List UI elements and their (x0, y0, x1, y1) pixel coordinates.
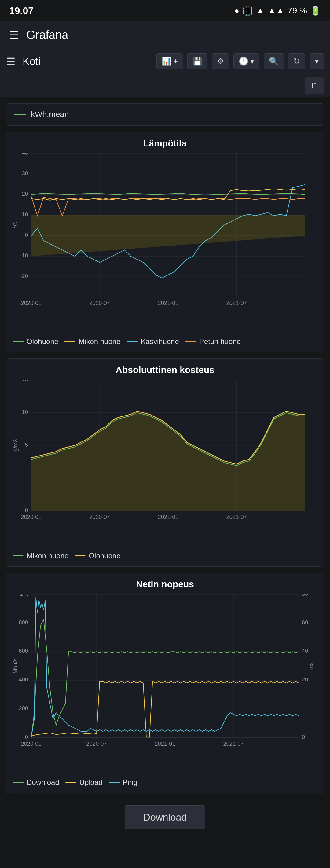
toolbar: ☰ Koti 📊 + 💾 ⚙ 🕐 ▾ 🔍 ↻ ▾ (0, 49, 330, 74)
kosteus-mikon-color (12, 555, 24, 556)
kwh-legend-line (14, 114, 26, 115)
svg-text:°C: °C (12, 222, 19, 228)
svg-text:0: 0 (25, 232, 28, 238)
plus-icon: + (173, 57, 178, 66)
nopeus-legend: Download Upload Ping (12, 775, 318, 787)
kwh-panel: kWh.mean (6, 103, 324, 126)
wifi-icon: ▲ (256, 6, 265, 16)
toolbar-menu-icon[interactable]: ☰ (6, 55, 15, 68)
svg-text:ms: ms (308, 662, 314, 670)
zoom-out-button[interactable]: 🔍 (264, 53, 284, 69)
svg-text:2021-07: 2021-07 (226, 300, 247, 306)
kosteus-chart-container: 15 10 5 0 g/m3 2020-01 2020-07 2021-01 2… (12, 380, 318, 544)
lampotila-chart: 40 30 20 10 0 -10 -20 °C 2020-01 2020-07… (12, 153, 318, 328)
add-panel-button[interactable]: 📊 + (157, 53, 183, 69)
legend-mikon: Mikon huone (64, 337, 121, 346)
hamburger-icon[interactable]: ☰ (9, 29, 19, 41)
battery-level: 79 % (288, 6, 307, 16)
svg-text:0: 0 (25, 734, 28, 740)
svg-text:2021-07: 2021-07 (226, 514, 247, 520)
save-icon: 💾 (193, 57, 202, 66)
olohuone-color (12, 341, 24, 342)
nopeus-chart-container: 1 K 800 600 400 200 0 80 60 40 20 0 Mbit… (12, 594, 318, 771)
nopeus-panel: Netin nopeus 1 K 800 600 400 200 (6, 572, 324, 793)
nopeus-chart: 1 K 800 600 400 200 0 80 60 40 20 0 Mbit… (12, 594, 318, 769)
svg-text:2020-07: 2020-07 (90, 514, 110, 520)
ping-label: Ping (123, 778, 137, 787)
tv-row: 🖥 (0, 74, 330, 97)
download-color (12, 782, 24, 783)
svg-text:30: 30 (22, 170, 28, 177)
vibrate-icon: 📳 (242, 6, 253, 16)
kosteus-legend: Mikon huone Olohuone (12, 549, 318, 560)
chevron-down-icon: ▾ (250, 57, 254, 66)
more-button[interactable]: ▾ (309, 53, 324, 69)
kwh-label: kWh.mean (31, 110, 69, 119)
legend-olohuone: Olohuone (12, 337, 58, 346)
petun-label: Petun huone (199, 337, 241, 346)
save-button[interactable]: 💾 (187, 53, 207, 69)
nopeus-title: Netin nopeus (12, 579, 318, 589)
refresh-icon: ↻ (293, 57, 300, 66)
settings-button[interactable]: ⚙ (212, 53, 229, 69)
kosteus-chart: 15 10 5 0 g/m3 2020-01 2020-07 2021-01 2… (12, 380, 318, 542)
svg-text:60: 60 (302, 619, 308, 625)
petun-color (185, 341, 196, 342)
zoom-out-icon: 🔍 (269, 57, 279, 66)
svg-text:2020-01: 2020-01 (21, 300, 41, 306)
svg-text:-10: -10 (20, 252, 28, 259)
top-nav: ☰ Grafana (0, 22, 330, 49)
dashboard-title: Koti (23, 55, 152, 67)
legend-kasvihuone: Kasvihuone (127, 337, 179, 346)
kosteus-panel: Absoluuttinen kosteus 15 10 5 0 g/m3 (6, 358, 324, 566)
svg-text:200: 200 (19, 705, 28, 711)
mikon-color (64, 341, 75, 342)
lampotila-legend: Olohuone Mikon huone Kasvihuone Petun hu… (12, 334, 318, 346)
svg-text:40: 40 (22, 153, 28, 156)
svg-text:Mbit/s: Mbit/s (12, 658, 19, 674)
bar-chart-icon: 📊 (162, 57, 171, 66)
app-title: Grafana (26, 28, 68, 41)
svg-text:800: 800 (19, 619, 28, 625)
svg-text:2021-01: 2021-01 (158, 300, 178, 306)
legend-kosteus-olohuone: Olohuone (74, 552, 121, 560)
svg-text:2021-07: 2021-07 (223, 741, 243, 747)
clock-icon: 🕐 (239, 57, 249, 66)
tv-icon: 🖥 (310, 81, 319, 90)
svg-text:2020-01: 2020-01 (21, 514, 41, 520)
legend-kosteus-mikon: Mikon huone (12, 552, 68, 560)
svg-text:0: 0 (25, 507, 28, 513)
upload-label: Upload (79, 778, 103, 787)
kosteus-olohuone-color (74, 555, 86, 556)
legend-petun: Petun huone (185, 337, 241, 346)
svg-text:0: 0 (302, 734, 305, 740)
refresh-button[interactable]: ↻ (288, 53, 305, 69)
svg-text:20: 20 (302, 676, 308, 683)
download-button[interactable]: Download (125, 805, 205, 830)
svg-text:-20: -20 (20, 273, 28, 279)
legend-ping: Ping (109, 778, 137, 787)
kasvihuone-color (127, 341, 138, 342)
kosteus-olohuone-label: Olohuone (89, 552, 121, 560)
legend-download: Download (12, 778, 59, 787)
kasvihuone-label: Kasvihuone (141, 337, 179, 346)
svg-text:2021-01: 2021-01 (158, 514, 178, 520)
kosteus-mikon-label: Mikon huone (27, 552, 68, 560)
mikon-label: Mikon huone (78, 337, 121, 346)
tv-mode-button[interactable]: 🖥 (305, 77, 324, 94)
spotify-icon: ● (234, 6, 239, 16)
status-right: ● 📳 ▲ ▲▲ 79 % 🔋 (234, 6, 321, 16)
svg-text:5: 5 (25, 441, 28, 448)
ping-color (109, 782, 120, 783)
lampotila-chart-container: 40 30 20 10 0 -10 -20 °C 2020-01 2020-07… (12, 153, 318, 330)
legend-upload: Upload (65, 778, 103, 787)
olohuone-label: Olohuone (27, 337, 58, 346)
time-range-button[interactable]: 🕐 ▾ (233, 53, 259, 69)
svg-text:10: 10 (22, 409, 28, 415)
status-time: 19.07 (9, 5, 34, 17)
signal-icon: ▲▲ (268, 6, 285, 16)
svg-text:2021-01: 2021-01 (155, 741, 175, 747)
svg-text:g/m3: g/m3 (12, 439, 19, 452)
gear-icon: ⚙ (217, 57, 224, 66)
lampotila-panel: Lämpötila 40 30 20 10 0 (6, 132, 324, 352)
